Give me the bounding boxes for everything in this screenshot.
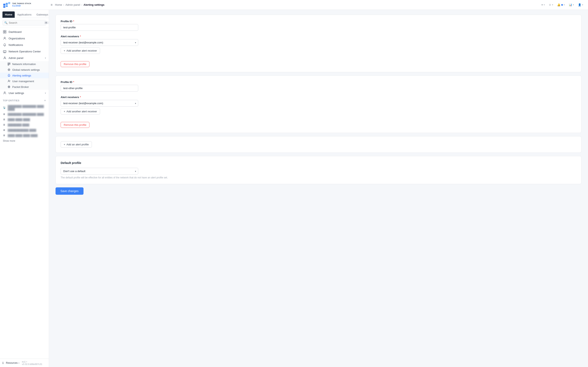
add-entity-button[interactable]: + [44,99,46,102]
network-info-icon [7,62,11,66]
add-receiver-button-1[interactable]: + Add another alert receiver [61,48,100,54]
sidebar-item-packet-broker[interactable]: Packet Broker [0,84,49,90]
top-nav-actions: + ▾ ☆ ▾ 🔔 ▾ 📊 ▾ 👤 ▾ [540,2,585,7]
default-profile-select[interactable]: Don't use a default [61,168,138,175]
packet-broker-icon [7,85,11,89]
packet-broker-label: Packet Broker [12,85,29,89]
device-icon-4: 🖥 [3,129,6,132]
user-button[interactable]: 👤 ▾ [576,2,585,7]
analytics-icon: 📊 [569,3,572,6]
bookmarks-chevron-icon: ▾ [552,4,553,6]
sidebar-item-admin[interactable]: Admin panel ▾ [0,55,49,61]
sidebar-item-admin-label: Admin panel [9,57,23,59]
profile-id-input-2[interactable] [61,85,138,92]
main-content: Profile ID * Alert receivers * test-rece… [49,10,588,367]
default-profile-select-wrap: Don't use a default ▾ [61,168,138,175]
list-item[interactable]: 🖥 ████████ ████ [2,122,47,128]
user-chevron-icon: ▾ [582,4,583,6]
logo-text: THE THINGS STACK CLOUD [12,2,31,7]
breadcrumb-home[interactable]: Home [55,3,62,6]
sidebar-item-noc[interactable]: Network Operations Center [0,48,49,55]
svg-point-11 [4,57,5,58]
top-entities-list: 📡 ████████ ████████ ████ ████ 🖥 ████████… [0,104,49,138]
sidebar-item-dashboard[interactable]: Dashboard [0,29,49,35]
add-receiver-plus-icon-2: + [64,110,65,113]
show-more-link[interactable]: Show more [0,138,49,143]
list-item[interactable]: 🖥 ████ ████ ████ ████ [2,133,47,138]
bookmarks-button[interactable]: ☆ ▾ [547,2,555,7]
tab-home[interactable]: Home [2,11,15,18]
breadcrumb: Home › Admin panel › Alerting settings [55,3,537,6]
sidebar-item-notifications[interactable]: Notifications [0,42,49,48]
logo-icon [3,2,11,8]
app-body: Home Applications Gateways 🔍 ⌘ K Dashboa… [0,10,588,367]
add-receiver-button-2[interactable]: + Add another alert receiver [61,108,100,115]
receiver-select-1[interactable]: test-receiver (test@example.com) [61,39,138,46]
user-mgmt-icon [7,80,11,83]
receiver-select-2[interactable]: test-receiver (test@example.com) [61,100,138,107]
add-profile-button[interactable]: + Add an alert profile [61,141,92,148]
version-text: eu1 • v3.32.0.b96e907c31 [22,360,46,365]
add-profile-plus-icon: + [64,143,65,146]
search-input[interactable] [9,21,43,24]
star-icon: ☆ [549,3,551,6]
sidebar-item-organizations[interactable]: Organizations [0,35,49,42]
add-receiver-plus-icon-1: + [64,49,65,52]
user-settings-icon [3,91,7,95]
list-item[interactable]: 🖥 ████ ████ ████ [2,117,47,122]
list-item[interactable]: 🖥 ████████████ ████ [2,128,47,133]
entity-text-6: ████ ████ ████ ████ [8,134,38,137]
hamburger-button[interactable]: ≡ [51,3,52,7]
entity-text-2: ████████ ████████ ████ [8,113,44,116]
sidebar-item-noc-label: Network Operations Center [9,50,41,53]
tab-gateways[interactable]: Gateways [34,11,49,18]
alert-receivers-group-2: Alert receivers * test-receiver (test@ex… [61,96,576,115]
required-star-1: * [73,20,74,23]
analytics-chevron-icon: ▾ [573,4,574,6]
profile-id-label-2: Profile ID * [61,81,576,83]
info-icon: ℹ [2,361,3,365]
sidebar-item-network-info[interactable]: Network information [0,61,49,67]
resources-button[interactable]: Resources ▾ [5,361,20,365]
add-action-button[interactable]: + ▾ [540,2,546,7]
network-info-label: Network information [12,63,36,66]
sidebar-item-user-settings[interactable]: User settings ▾ [0,90,49,96]
svg-point-17 [8,80,9,81]
svg-rect-10 [3,50,6,52]
entity-text-1: ████████ ████████ ████ ████ [8,105,46,111]
remove-profile-button-2[interactable]: Remove this profile [61,122,89,128]
svg-rect-7 [3,32,4,33]
save-button[interactable]: Save changes [56,187,84,195]
svg-point-9 [4,37,5,38]
add-chevron-icon: ▾ [544,4,545,6]
analytics-button[interactable]: 📊 ▾ [567,2,576,7]
list-item[interactable]: 🖥 ████████ ████████ ████ [2,112,47,117]
alerting-icon [7,74,11,77]
noc-icon [3,50,7,53]
save-section: Save changes [56,187,581,195]
profile-id-input-1[interactable] [61,24,138,31]
top-entities-label: Top entities [3,99,19,102]
gateway-icon: 📡 [3,106,6,109]
svg-rect-12 [8,63,10,63]
svg-rect-5 [3,30,4,32]
profile-id-group-2: Profile ID * [61,81,576,92]
breadcrumb-admin[interactable]: Admin panel [65,3,80,6]
remove-profile-button-1[interactable]: Remove this profile [61,61,89,67]
user-settings-chevron-icon: ▾ [45,92,46,94]
user-mgmt-label: User management [12,80,34,83]
plus-icon: + [541,3,543,6]
alert-receivers-group-1: Alert receivers * test-receiver (test@ex… [61,35,576,54]
sidebar-item-user-mgmt[interactable]: User management [0,78,49,84]
tab-applications[interactable]: Applications [15,11,34,18]
sidebar-item-dashboard-label: Dashboard [9,30,22,33]
list-item[interactable]: 📡 ████████ ████████ ████ ████ [2,104,47,112]
notifications-button[interactable]: 🔔 ▾ [555,2,566,7]
profile-card-2: Profile ID * Alert receivers * test-rece… [56,75,581,133]
dashboard-icon [3,30,7,34]
svg-point-19 [4,92,5,93]
sidebar-item-global-settings[interactable]: Global network settings [0,67,49,73]
receiver-select-wrap-2: test-receiver (test@example.com) ▾ [61,100,138,107]
global-settings-icon [7,68,11,71]
sidebar-item-alerting[interactable]: Alerting settings [0,73,49,78]
